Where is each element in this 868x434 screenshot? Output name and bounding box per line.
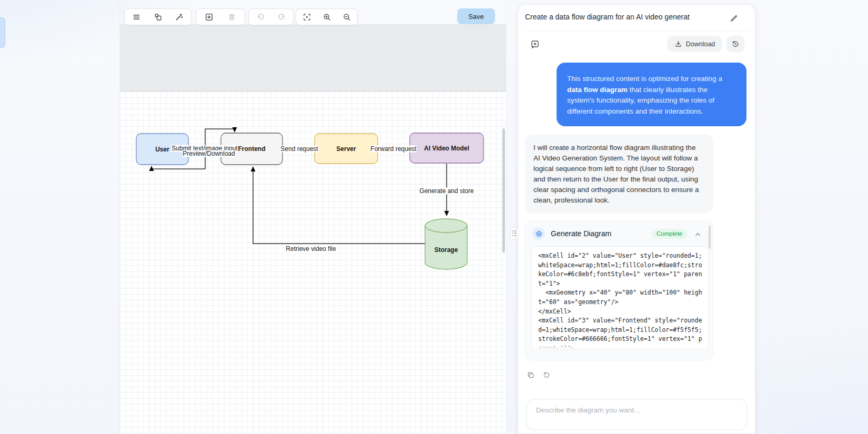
canvas-offpage-area [120, 24, 506, 92]
save-button[interactable]: Save [457, 8, 495, 24]
text-line: logical sequence from left to right (Use… [533, 164, 705, 174]
history-icon [731, 40, 740, 48]
add-node-button[interactable] [200, 9, 219, 24]
text-line: d=1;whiteSpace=wrap;html=1;fillColor=#f5… [538, 326, 702, 335]
text-line: I will create a horizontal flow diagram … [533, 143, 705, 153]
text-line: and then return to the User for the fina… [533, 174, 705, 185]
zoom-in-button[interactable] [317, 9, 336, 24]
delete-button[interactable] [222, 9, 241, 24]
copy-button[interactable] [526, 370, 536, 380]
collapse-button[interactable] [692, 229, 703, 239]
toolbar-group-main [124, 8, 191, 25]
zoom-in-icon [322, 13, 331, 22]
left-edge-tab[interactable] [0, 17, 5, 48]
new-chat-button[interactable] [530, 39, 540, 49]
copy-icon [527, 371, 535, 379]
assistant-message-bubble: I will create a horizontal flow diagram … [525, 135, 713, 213]
text-line: whiteSpace=wrap;html=1;fillColor=#dae8fc… [538, 261, 702, 270]
user-message-line: This structured content is optimized for… [567, 74, 736, 85]
fit-view-icon [302, 13, 311, 22]
refresh-icon [542, 371, 551, 379]
panel-divider [525, 31, 749, 31]
canvas-grid-page[interactable] [120, 92, 506, 434]
toolbar-group-zoom [296, 8, 358, 25]
canvas-vertical-scrollbar[interactable] [502, 128, 505, 253]
trash-icon [227, 13, 236, 22]
toolbar-group-edit [196, 8, 245, 25]
diagram-prompt-input[interactable] [535, 406, 735, 415]
text-line: clean, professional look. [533, 195, 705, 206]
pencil-icon [730, 14, 739, 23]
menu-icon [132, 13, 141, 22]
drag-dots-icon [512, 230, 517, 237]
toolbar-group-history [248, 8, 294, 25]
zoom-out-icon [342, 13, 351, 22]
redo-button[interactable] [272, 9, 291, 24]
cpu-chip-icon [535, 230, 543, 238]
diagram-code-block[interactable]: <mxCell id="2" value="User" style="round… [531, 246, 709, 349]
text-line: arent="1"> [538, 344, 702, 349]
user-message-line: data flow diagram that clearly illustrat… [567, 85, 736, 96]
chat-title: Create a data flow diagram for an AI vid… [525, 13, 722, 21]
menu-button[interactable] [127, 9, 146, 24]
user-message-bubble: This structured content is optimized for… [557, 63, 746, 126]
user-message-line: system's functionality, emphasizing the … [567, 95, 736, 106]
diagram-canvas[interactable] [120, 0, 506, 434]
redo-icon [277, 13, 286, 22]
download-icon [674, 40, 682, 48]
panel-resize-handle[interactable] [510, 227, 518, 239]
text-line: keColor=#6c8ebf;fontStyle=1" vertex="1" … [538, 270, 702, 279]
text-line: AI Video Generation System. The layout w… [533, 153, 705, 164]
regenerate-button[interactable] [541, 370, 552, 380]
text-line: clear spacing and orthogonal connectors … [533, 185, 705, 195]
chevron-up-icon [694, 230, 702, 238]
edit-title-button[interactable] [729, 13, 739, 23]
undo-button[interactable] [251, 9, 270, 24]
shapes-button[interactable] [148, 9, 167, 24]
download-button[interactable]: Download [667, 36, 722, 52]
add-comment-icon [530, 39, 540, 49]
text-line: strokeColor=#666666;fontStyle=1" vertex=… [538, 335, 702, 344]
tool-card-title: Generate Diagram [551, 229, 611, 238]
text-line: <mxGeometry x="40" y="80" width="100" he… [538, 288, 702, 298]
fit-view-button[interactable] [297, 9, 316, 24]
generate-diagram-card: Generate Diagram Complete <mxCell id="2"… [525, 221, 713, 360]
user-message-line: different components and their interacti… [567, 106, 736, 117]
shapes-icon [154, 13, 163, 22]
magic-wand-icon [175, 13, 184, 22]
chat-panel: Create a data flow diagram for an AI vid… [518, 4, 755, 434]
history-button[interactable] [726, 36, 744, 52]
undo-icon [256, 13, 265, 22]
text-line: </mxCell> [538, 307, 702, 317]
code-scrollbar-thumb[interactable] [709, 226, 711, 249]
add-icon [205, 13, 214, 22]
text-line: <mxCell id="3" value="Frontend" style="r… [538, 316, 702, 326]
download-label: Download [686, 41, 715, 48]
composer-box[interactable] [526, 399, 748, 430]
text-line: t="1"> [538, 279, 702, 289]
text-line: t="60" as="geometry"/> [538, 298, 702, 307]
magic-wand-button[interactable] [170, 9, 189, 24]
status-badge: Complete [652, 229, 687, 239]
zoom-out-button[interactable] [337, 9, 356, 24]
tool-chip-badge [532, 227, 545, 240]
text-line: <mxCell id="2" value="User" style="round… [538, 251, 702, 261]
